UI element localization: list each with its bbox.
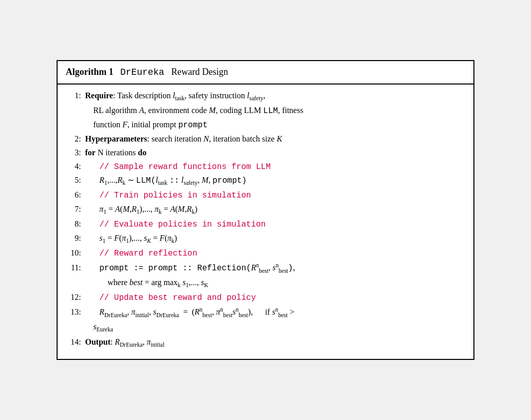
line-content-13: RDrEureka, πinitial, sDrEureka = (Rnbest… [85,305,465,320]
line-num-4: 4: [66,160,85,173]
output-keyword: Output [85,338,111,346]
comment-8: // Evaluate policies in simulation [85,218,465,231]
line-11: 11: prompt := prompt :: Reflection(Rnbes… [66,261,465,275]
line-num-12: 12: [66,291,85,304]
comment-10: // Reward reflection [85,247,465,260]
algorithm-title-suffix: Reward Design [171,67,228,77]
line-content-1: Require: Task description ltask, safety … [85,90,465,103]
line-content-7: π1 = A(M,R1),..., πk = A(M,Rk) [85,203,465,217]
algorithm-name: DrEureka [120,67,164,77]
line-5: 5: R1,...,Rk ∼ LLM(ltask :: lsafety, M, … [66,174,465,188]
line-9: 9: s1 = F(π1),..., sK = F(πk) [66,232,465,246]
line-11-cont: where best = arg maxk s1,..., sK [66,276,465,290]
line-num-9: 9: [66,232,85,245]
line-6: 6: // Train policies in simulation [66,189,465,202]
line-13: 13: RDrEureka, πinitial, sDrEureka = (Rn… [66,305,465,320]
line-3: 3: for N iterations do [66,147,465,159]
line-num-11: 11: [66,262,85,274]
line-8: 8: // Evaluate policies in simulation [66,218,465,231]
line-content-3: for N iterations do [85,147,465,159]
algorithm-header: Algorithm 1 DrEureka Reward Design [58,61,473,85]
line-2: 2: Hyperparameters: search iteration N, … [66,133,465,146]
line-content-2: Hyperparameters: search iteration N, ite… [85,133,465,146]
line-num-5: 5: [66,174,85,187]
comment-4: // Sample reward functions from LLM [85,161,465,174]
line-content-9: s1 = F(π1),..., sK = F(πk) [85,232,465,246]
line-14: 14: Output: RDrEureka, πinitial [66,336,465,350]
line-num-8: 8: [66,218,85,231]
line-num-3: 3: [66,147,85,159]
comment-6: // Train policies in simulation [85,189,465,202]
line-10: 10: // Reward reflection [66,247,465,260]
comment-12: // Update best reward and policy [85,292,465,304]
line-1-cont2: function F, initial prompt prompt [66,119,465,132]
line-13-cont: sEureka [66,321,465,334]
line-num-14: 14: [66,336,85,349]
line-4: 4: // Sample reward functions from LLM [66,160,465,174]
line-num-2: 2: [66,133,85,146]
do-keyword: do [138,148,147,157]
line-content-14: Output: RDrEureka, πinitial [85,336,465,350]
algorithm-body: 1: Require: Task description ltask, safe… [58,85,473,358]
line-num-13: 13: [66,306,85,319]
line-num-1: 1: [66,90,85,102]
line-12: 12: // Update best reward and policy [66,291,465,304]
line-1: 1: Require: Task description ltask, safe… [66,90,465,103]
line-num-10: 10: [66,247,85,260]
for-keyword: for [85,148,95,157]
line-7: 7: π1 = A(M,R1),..., πk = A(M,Rk) [66,203,465,217]
line-num-6: 6: [66,189,85,202]
hyperparams-keyword: Hyperparameters [85,134,147,143]
line-1-cont1: RL algorithm A, environment code M, codi… [66,104,465,118]
line-content-5: R1,...,Rk ∼ LLM(ltask :: lsafety, M, pro… [85,174,465,188]
line-num-7: 7: [66,203,85,216]
require-keyword: Require [85,91,113,100]
algorithm-box: Algorithm 1 DrEureka Reward Design 1: Re… [57,60,474,359]
line-content-11: prompt := prompt :: Reflection(Rnbest, s… [85,261,465,275]
algorithm-label: Algorithm 1 [66,67,114,77]
